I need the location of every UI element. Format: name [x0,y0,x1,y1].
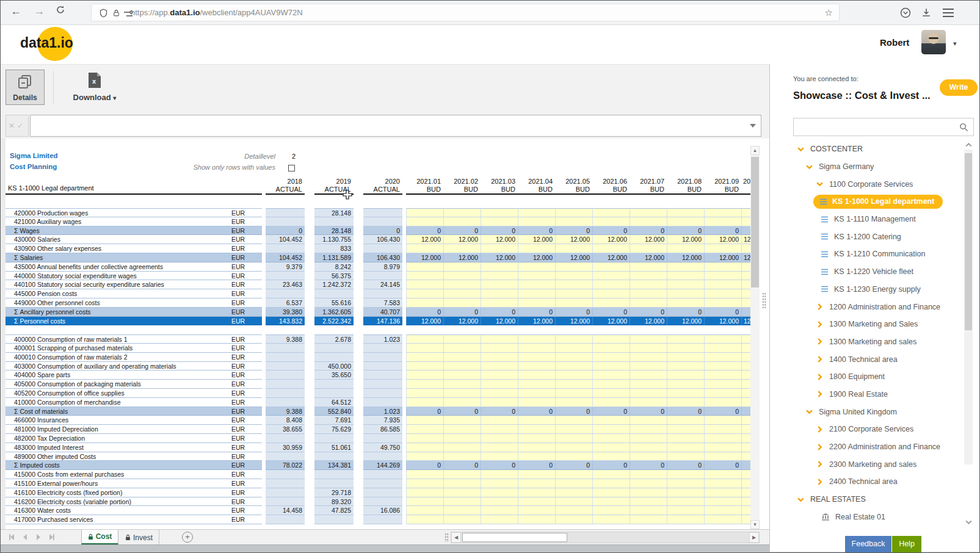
budget-cell-2021.01[interactable]: 12.000 [406,317,443,326]
budget-cell-2021.06[interactable]: 0 [592,461,630,470]
budget-cell-2021.01[interactable] [406,262,443,272]
budget-cell-2021.05[interactable] [555,334,592,344]
budget-cell-2021.05[interactable] [555,506,592,515]
budget-cell-2021.02[interactable]: 0 [443,308,481,317]
actual-cell-2018[interactable]: 8.408 [266,416,305,425]
currency-cell[interactable]: EUR [214,425,262,434]
chevron-right-icon[interactable] [816,320,824,328]
actual-cell-2019[interactable] [314,217,354,226]
budget-cell-2021.09[interactable] [704,398,741,407]
budget-cell-2021.09[interactable] [704,370,741,380]
budget-cell-2021.05[interactable] [555,488,592,497]
tree-item[interactable]: 1900 Real Estate [770,386,971,403]
actual-cell-2019[interactable] [314,479,354,488]
budget-cell-2021.02[interactable] [443,434,481,443]
budget-cell-2021.09[interactable]: 12.000 [704,253,741,262]
actual-cell-2019[interactable]: 1.131.589 [314,253,354,262]
row-label-cell[interactable]: 410000 Consumption of merchandise [5,398,214,407]
budget-cell-2021.01[interactable] [406,217,443,226]
budget-cell-2021.03[interactable] [481,380,518,389]
actual-cell-2020[interactable] [363,244,402,253]
actual-cell-2019[interactable] [314,353,354,362]
tab-invest[interactable]: Invest [119,530,159,545]
detaillevel-value[interactable]: 2 [281,153,306,160]
currency-cell[interactable]: EUR [214,235,262,244]
budget-cell-2021.05[interactable] [555,398,592,407]
budget-cell-2021.02[interactable]: 12.000 [443,253,481,262]
budget-cell-2021.04[interactable] [518,298,555,308]
budget-cell-2021.01[interactable]: 12.000 [406,253,443,262]
budget-cell-2021.06[interactable] [592,452,630,461]
budget-cell-2021.07[interactable]: 12.000 [630,317,667,326]
budget-cell-2021.09[interactable] [704,334,741,344]
actual-cell-2018[interactable] [266,208,305,217]
budget-cell-2021.07[interactable]: 0 [630,461,667,470]
currency-cell[interactable]: EUR [214,380,262,389]
actual-cell-2019[interactable]: 35.650 [314,370,354,380]
row-label-cell[interactable]: 400000 Consumption of raw materials 1 [5,334,214,344]
budget-cell-2021.08[interactable] [667,443,704,452]
row-label-cell[interactable]: 416100 Electricity costs (fixed portion) [5,488,214,497]
budget-cell-2021.04[interactable] [518,434,555,443]
budget-cell-2021.07[interactable] [630,298,667,308]
budget-cell-partial[interactable] [741,272,750,281]
budget-cell-2021.06[interactable] [592,497,630,507]
tree-item[interactable]: 2200 Administration and Finance [770,438,971,456]
currency-cell[interactable]: EUR [214,253,262,262]
budget-cell-2021.02[interactable] [443,470,481,479]
actual-cell-2020[interactable] [363,362,402,371]
col-header-2021.01[interactable]: 2021.01BUD [406,178,443,193]
row-label-cell[interactable]: 416200 Electricity costs (variable porti… [5,497,214,507]
actual-cell-2019[interactable]: 2.678 [314,334,354,344]
budget-cell-2021.01[interactable] [406,434,443,443]
currency-cell[interactable]: EUR [214,506,262,515]
budget-cell-2021.03[interactable] [481,389,518,398]
tree-item[interactable]: 1100 Corporate Services [770,175,971,193]
budget-cell-2021.01[interactable] [406,353,443,362]
actual-cell-2019[interactable]: 55.616 [314,298,354,308]
budget-cell-2021.09[interactable]: 12.000 [704,235,741,244]
budget-cell-2021.03[interactable]: 0 [481,308,518,317]
budget-cell-2021.03[interactable] [481,272,518,281]
row-label-cell[interactable]: 415000 Costs from external purchases [5,470,214,479]
budget-cell-2021.07[interactable] [630,443,667,452]
row-label-cell[interactable]: Σ Wages [5,226,214,236]
actual-cell-2019[interactable]: 1.242.372 [314,280,354,289]
budget-cell-2021.08[interactable]: 0 [667,226,704,236]
tree-item[interactable]: COSTCENTER [770,140,971,158]
actual-cell-2018[interactable] [266,380,305,389]
currency-cell[interactable]: EUR [214,244,262,253]
budget-cell-2021.03[interactable] [481,416,518,425]
currency-cell[interactable]: EUR [214,443,262,452]
budget-cell-2021.07[interactable] [630,208,667,217]
budget-cell-2021.08[interactable] [667,488,704,497]
actual-cell-2018[interactable]: 9.388 [266,334,305,344]
actual-cell-2020[interactable]: 8.979 [363,262,402,272]
actual-cell-2018[interactable] [266,370,305,380]
row-label-cell[interactable]: 445000 Pension costs [5,289,214,298]
row-label-cell[interactable]: 481000 Imputed Depreciation [5,425,214,434]
actual-cell-2018[interactable]: 30.959 [266,443,305,452]
actual-cell-2019[interactable]: 1.362.605 [314,308,354,317]
currency-cell[interactable]: EUR [214,226,262,236]
budget-cell-2021.05[interactable]: 0 [555,461,592,470]
budget-cell-2021.04[interactable] [518,425,555,434]
budget-cell-2021.03[interactable] [481,398,518,407]
currency-cell[interactable]: EUR [214,262,262,272]
currency-cell[interactable]: EUR [214,334,262,344]
scroll-left-icon[interactable]: ◀ [451,532,461,543]
actual-cell-2020[interactable] [363,434,402,443]
currency-cell[interactable]: EUR [214,289,262,298]
budget-cell-2021.04[interactable]: 0 [518,226,555,236]
currency-cell[interactable]: EUR [214,362,262,371]
first-sheet-icon[interactable] [8,533,15,541]
budget-cell-2021.01[interactable]: 12.000 [406,235,443,244]
budget-cell-2021.09[interactable] [704,353,741,362]
budget-cell-2021.06[interactable] [592,344,630,353]
budget-cell-2021.06[interactable] [592,362,630,371]
budget-cell-2021.04[interactable] [518,208,555,217]
budget-cell-2021.04[interactable]: 0 [518,407,555,416]
budget-cell-2021.07[interactable] [630,497,667,507]
budget-cell-2021.03[interactable] [481,434,518,443]
budget-cell-2021.05[interactable] [555,443,592,452]
